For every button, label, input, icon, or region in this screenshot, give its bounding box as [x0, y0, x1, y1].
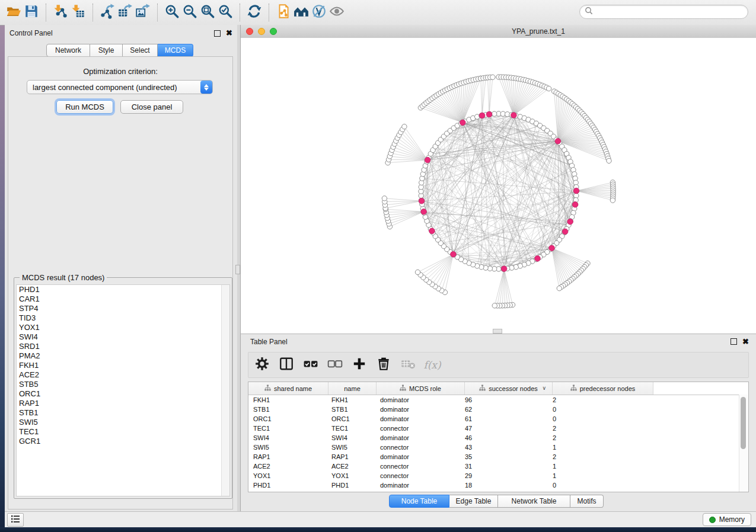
tab-node-table[interactable]: Node Table	[389, 495, 449, 508]
tab-mcds[interactable]: MCDS	[158, 44, 193, 57]
mcds-hub-node[interactable]	[562, 229, 568, 235]
table-row[interactable]: YOX1YOX1connector291	[248, 471, 748, 480]
mcds-result-item[interactable]: PMA2	[17, 351, 229, 361]
table-cell[interactable]: connector	[377, 472, 465, 479]
mcds-list-scrollbar[interactable]	[221, 285, 229, 496]
export-table-button[interactable]	[116, 4, 134, 21]
close-panel-icon[interactable]: ✖	[226, 30, 232, 36]
panel-divider-handle[interactable]	[235, 265, 240, 274]
table-cell[interactable]: YOX1	[248, 472, 328, 479]
run-mcds-button[interactable]: Run MCDS	[56, 100, 113, 114]
mcds-result-item[interactable]: SWI5	[17, 418, 229, 427]
network-node[interactable]	[415, 270, 420, 274]
table-cell[interactable]: ORC1	[328, 415, 377, 422]
float-panel-icon[interactable]	[214, 30, 221, 37]
network-node[interactable]	[402, 124, 407, 129]
table-row[interactable]: SWI5SWI5connector431	[248, 443, 748, 452]
select-all-button[interactable]	[303, 357, 318, 373]
import-table-button[interactable]	[69, 4, 87, 21]
mcds-result-item[interactable]: STP4	[17, 304, 229, 313]
criterion-dropdown[interactable]: largest connected component (undirected)	[27, 80, 213, 94]
mcds-hub-node[interactable]	[425, 157, 430, 163]
tab-network[interactable]: Network	[46, 44, 90, 57]
table-cell[interactable]: ACE2	[328, 463, 377, 470]
zoom-fit-button[interactable]	[199, 4, 216, 21]
column-header-shared-name[interactable]: shared name	[248, 382, 328, 395]
table-cell[interactable]: PHD1	[328, 482, 377, 489]
table-row[interactable]: RAP1RAP1dominator352	[248, 452, 748, 462]
memory-button[interactable]: Memory	[703, 513, 751, 526]
minimize-window-icon[interactable]	[258, 28, 265, 35]
table-cell[interactable]: 1	[553, 463, 654, 470]
search-input[interactable]	[595, 7, 748, 17]
mcds-hub-node[interactable]	[572, 202, 578, 208]
delete-button[interactable]	[376, 357, 391, 373]
close-panel-button[interactable]: Close panel	[120, 100, 183, 114]
tab-select[interactable]: Select	[123, 44, 158, 57]
mcds-hub-node[interactable]	[573, 188, 579, 194]
mcds-hub-node[interactable]	[486, 111, 492, 117]
mcds-result-item[interactable]: RAP1	[17, 399, 229, 408]
table-cell[interactable]: 2	[553, 425, 654, 432]
table-cell[interactable]: FKH1	[248, 396, 328, 403]
network-node[interactable]	[382, 196, 387, 201]
table-cell[interactable]: RAP1	[328, 453, 377, 460]
table-cell[interactable]: FKH1	[328, 396, 377, 403]
table-row[interactable]: PHD1PHD1dominator180	[248, 480, 748, 490]
column-header-MCDS-role[interactable]: MCDS role	[377, 382, 465, 395]
mcds-hub-node[interactable]	[501, 266, 507, 272]
table-row[interactable]: STB1STB1dominator620	[248, 405, 748, 414]
mcds-result-item[interactable]: ORC1	[17, 389, 229, 399]
table-cell[interactable]: 62	[465, 406, 553, 413]
mcds-result-item[interactable]: STB5	[17, 380, 229, 389]
network-window-titlebar[interactable]: YPA_prune.txt_1	[241, 25, 756, 39]
export-network-button[interactable]	[98, 4, 116, 21]
table-cell[interactable]: 29	[465, 472, 553, 479]
add-column-button[interactable]	[352, 357, 367, 373]
table-cell[interactable]: 96	[465, 396, 553, 403]
table-cell[interactable]: ORC1	[248, 415, 328, 422]
vizmapper-button[interactable]	[310, 4, 328, 21]
table-cell[interactable]: 18	[465, 482, 553, 489]
zoom-in-button[interactable]	[163, 4, 181, 21]
table-cell[interactable]: dominator	[377, 482, 465, 489]
table-cell[interactable]: 2	[553, 434, 654, 441]
mcds-result-item[interactable]: TID3	[17, 313, 229, 323]
table-cell[interactable]: 47	[465, 425, 553, 432]
mcds-result-item[interactable]: STB1	[17, 408, 229, 418]
table-scrollbar-thumb[interactable]	[741, 397, 746, 449]
network-node[interactable]	[546, 86, 551, 91]
table-cell[interactable]: 0	[553, 415, 654, 422]
table-cell[interactable]: 1	[553, 444, 654, 451]
table-cell[interactable]: RAP1	[248, 453, 328, 460]
table-cell[interactable]: dominator	[377, 406, 465, 413]
table-cell[interactable]: TEC1	[248, 425, 328, 432]
table-cell[interactable]: SWI4	[328, 434, 377, 441]
table-cell[interactable]: STB1	[248, 406, 328, 413]
eye-button[interactable]	[328, 4, 346, 21]
column-header-successor-nodes[interactable]: successor nodes∨	[465, 382, 553, 395]
table-cell[interactable]: 31	[465, 463, 553, 470]
table-cell[interactable]: 35	[465, 453, 553, 460]
table-row[interactable]: FKH1FKH1dominator962	[248, 395, 748, 405]
task-history-button[interactable]	[7, 513, 24, 527]
mcds-hub-node[interactable]	[549, 245, 555, 251]
mcds-hub-node[interactable]	[460, 120, 466, 126]
table-row[interactable]: TEC1TEC1connector472	[248, 424, 748, 433]
tab-style[interactable]: Style	[90, 44, 123, 57]
refresh-button[interactable]	[245, 4, 263, 21]
mcds-hub-node[interactable]	[421, 209, 427, 215]
export-image-button[interactable]	[134, 4, 152, 21]
mcds-hub-node[interactable]	[429, 228, 435, 234]
table-row[interactable]: ORC1ORC1dominator610	[248, 414, 748, 424]
network-node[interactable]	[557, 286, 562, 291]
table-cell[interactable]: 1	[553, 472, 654, 479]
zoom-out-button[interactable]	[181, 4, 199, 21]
table-cell[interactable]: dominator	[377, 415, 465, 422]
table-cell[interactable]: ACE2	[248, 463, 328, 470]
network-node[interactable]	[492, 111, 497, 116]
network-node[interactable]	[492, 303, 497, 308]
mcds-result-item[interactable]: GCR1	[17, 437, 229, 446]
table-cell[interactable]: 0	[553, 406, 654, 413]
network-node[interactable]	[490, 75, 495, 79]
